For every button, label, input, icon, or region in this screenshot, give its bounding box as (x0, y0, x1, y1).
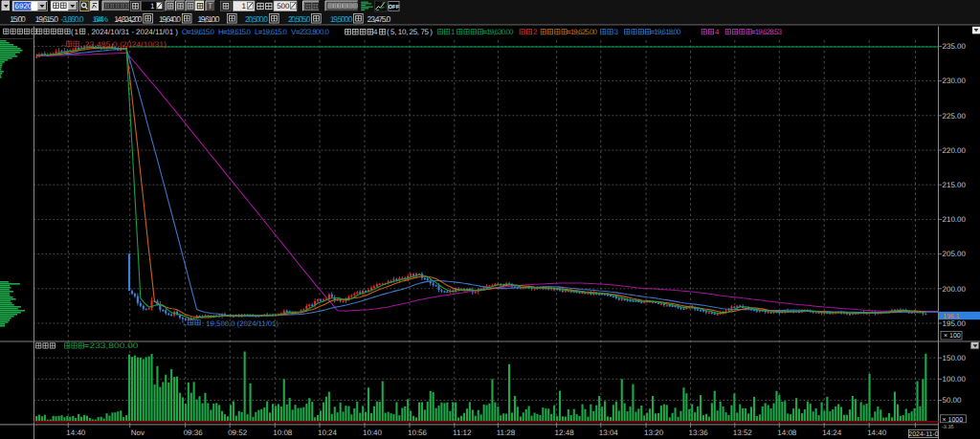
svg-text:13:52: 13:52 (733, 428, 753, 437)
svg-text:L=19,615.0: L=19,615.0 (255, 28, 288, 36)
svg-text:13:20: 13:20 (644, 428, 664, 437)
svg-text:13:04: 13:04 (599, 428, 619, 437)
svg-text:20,500.0: 20,500.0 (245, 14, 268, 24)
svg-text:14:24: 14:24 (822, 428, 842, 437)
svg-text:19,615.0: 19,615.0 (35, 14, 58, 24)
svg-text:=19,625.00: =19,625.00 (567, 28, 598, 36)
svg-text:OFF: OFF (388, 4, 399, 11)
svg-text:09:36: 09:36 (184, 428, 204, 437)
svg-text:2: 2 (533, 28, 538, 36)
svg-text:: 23,485.0 (2024/10/31): : 23,485.0 (2024/10/31) (80, 40, 167, 49)
svg-text:-3,860.0: -3,860.0 (61, 14, 84, 24)
svg-text:2024-11-0: 2024-11-0 (908, 431, 939, 438)
svg-text:3: 3 (614, 28, 619, 36)
svg-text:20,505.0: 20,505.0 (288, 14, 311, 24)
svg-text:225.00: 225.00 (943, 112, 967, 121)
svg-text:220.00: 220.00 (943, 146, 967, 155)
svg-text:12:48: 12:48 (555, 428, 575, 437)
svg-text:O=19,615.0: O=19,615.0 (182, 28, 215, 36)
svg-text:210.00: 210.00 (943, 215, 967, 224)
svg-text:19,640.0: 19,640.0 (159, 14, 181, 24)
svg-text:205.00: 205.00 (943, 250, 967, 258)
svg-text:( 1: ( 1 (71, 28, 79, 36)
svg-text:13:36: 13:36 (689, 428, 709, 437)
svg-text:10:40: 10:40 (363, 428, 383, 437)
svg-text:14:40: 14:40 (66, 428, 86, 437)
svg-text:200.00: 200.00 (943, 285, 967, 294)
svg-text:16.44%: 16.44% (93, 14, 109, 24)
svg-text:4: 4 (373, 28, 378, 36)
svg-text:150.00: 150.00 (943, 354, 967, 362)
svg-text:=19,630.00: =19,630.00 (483, 28, 515, 36)
svg-text:230.00: 230.00 (943, 77, 967, 85)
svg-text:10:08: 10:08 (273, 428, 293, 437)
svg-text:09:52: 09:52 (228, 428, 248, 437)
svg-text:T: T (208, 1, 212, 11)
svg-text:=233,800.00: =233,800.00 (84, 341, 140, 350)
svg-text:50.00: 50.00 (943, 396, 963, 405)
svg-text:19,610.0: 19,610.0 (198, 14, 220, 24)
svg-text:1: 1 (451, 28, 456, 36)
svg-text:11:12: 11:12 (453, 428, 472, 437)
svg-text:14:40: 14:40 (867, 428, 887, 437)
svg-text:, 2024/10/31 - 2024/11/01 ): , 2024/10/31 - 2024/11/01 ) (87, 28, 178, 36)
svg-text:H=19,615.0: H=19,615.0 (218, 28, 252, 36)
svg-text:10:24: 10:24 (318, 428, 338, 437)
svg-text:1: 1 (150, 2, 155, 11)
svg-text:: 19,500.0 (2024/11/01): : 19,500.0 (2024/11/01) (202, 319, 278, 328)
svg-text:-3.35: -3.35 (942, 425, 954, 430)
svg-text:( 5, 10, 25, 75 ): ( 5, 10, 25, 75 ) (387, 28, 433, 36)
svg-text:× 100: × 100 (944, 333, 961, 340)
svg-text:195.00: 195.00 (943, 319, 967, 328)
svg-text:10:56: 10:56 (408, 428, 428, 437)
svg-text:23,475.0: 23,475.0 (368, 14, 391, 24)
svg-text:100.00: 100.00 (943, 375, 967, 384)
svg-text:15:00: 15:00 (10, 14, 26, 24)
svg-text:19,500.0: 19,500.0 (330, 14, 353, 24)
svg-text:215.00: 215.00 (943, 181, 967, 189)
svg-text:4: 4 (715, 28, 720, 36)
svg-text:1: 1 (242, 2, 247, 11)
svg-text:500: 500 (277, 2, 290, 11)
svg-text:=19,628.53: =19,628.53 (751, 28, 783, 36)
svg-text:14:08: 14:08 (777, 428, 797, 437)
svg-text:× 1000: × 1000 (943, 417, 964, 424)
svg-text:=19,618.00: =19,618.00 (651, 28, 682, 36)
svg-text:V=233,800.0: V=233,800.0 (291, 28, 330, 36)
svg-text:Nov: Nov (131, 428, 145, 437)
svg-text:14,824,200: 14,824,200 (114, 14, 142, 24)
svg-text:235.00: 235.00 (943, 42, 967, 51)
svg-text:6920: 6920 (15, 2, 33, 11)
svg-text:11:28: 11:28 (497, 428, 516, 437)
